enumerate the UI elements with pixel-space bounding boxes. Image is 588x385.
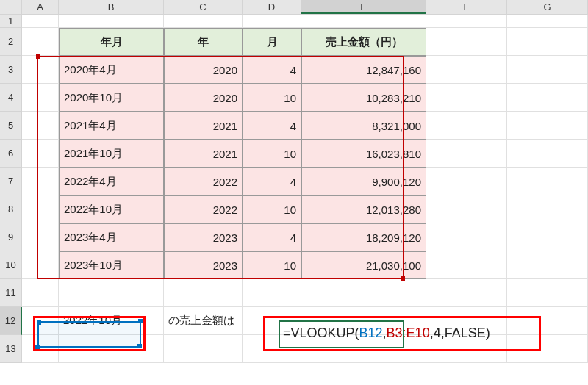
cell-F2[interactable] <box>426 28 507 56</box>
col-header-C[interactable]: C <box>164 0 243 14</box>
cell-G10[interactable] <box>507 251 588 279</box>
table-cell-month[interactable]: 10 <box>243 84 301 112</box>
cell-C13[interactable] <box>164 335 243 363</box>
cell-F10[interactable] <box>426 251 507 279</box>
table-cell-amount[interactable]: 16,023,810 <box>301 140 426 168</box>
header-month[interactable]: 月 <box>243 28 301 56</box>
cell-G7[interactable] <box>507 168 588 195</box>
table-cell-amount[interactable]: 12,013,280 <box>301 195 426 223</box>
table-cell-month[interactable]: 10 <box>243 251 301 279</box>
table-cell-ym[interactable]: 2022年10月 <box>59 195 164 223</box>
col-header-D[interactable]: D <box>243 0 301 14</box>
lookup-value-cell[interactable]: 2022年10月 <box>59 307 164 335</box>
lookup-label-cell[interactable]: の売上金額は <box>164 307 243 335</box>
cell-F6[interactable] <box>426 140 507 168</box>
cell-G1[interactable] <box>507 15 588 28</box>
cell-F7[interactable] <box>426 168 507 195</box>
cell-A4[interactable] <box>22 84 59 112</box>
col-header-F[interactable]: F <box>426 0 507 14</box>
cell-G5[interactable] <box>507 112 588 140</box>
row-header-4[interactable]: 4 <box>0 84 22 112</box>
cell-F3[interactable] <box>426 56 507 84</box>
table-cell-amount[interactable]: 18,209,120 <box>301 223 426 251</box>
cell-G4[interactable] <box>507 84 588 112</box>
cell-E11[interactable] <box>301 279 426 307</box>
cell-B1[interactable] <box>59 15 164 28</box>
table-cell-ym[interactable]: 2023年10月 <box>59 251 164 279</box>
cell-D1[interactable] <box>243 15 301 28</box>
cell-A1[interactable] <box>22 15 59 28</box>
cell-A13[interactable] <box>22 335 59 363</box>
table-cell-year[interactable]: 2021 <box>164 140 243 168</box>
table-cell-month[interactable]: 4 <box>243 168 301 195</box>
cell-A7[interactable] <box>22 168 59 195</box>
col-header-B[interactable]: B <box>59 0 164 14</box>
cell-A10[interactable] <box>22 251 59 279</box>
cell-F4[interactable] <box>426 84 507 112</box>
table-cell-ym[interactable]: 2020年4月 <box>59 56 164 84</box>
cell-A3[interactable] <box>22 56 59 84</box>
cell-G13[interactable] <box>507 335 588 363</box>
cell-G12[interactable] <box>507 307 588 335</box>
table-cell-amount[interactable]: 12,847,160 <box>301 56 426 84</box>
row-header-9[interactable]: 9 <box>0 223 22 251</box>
cell-G9[interactable] <box>507 223 588 251</box>
cell-A9[interactable] <box>22 223 59 251</box>
row-header-8[interactable]: 8 <box>0 195 22 223</box>
table-cell-amount[interactable]: 21,030,100 <box>301 251 426 279</box>
table-cell-ym[interactable]: 2021年10月 <box>59 140 164 168</box>
cell-A6[interactable] <box>22 140 59 168</box>
table-cell-month[interactable]: 4 <box>243 112 301 140</box>
table-cell-year[interactable]: 2022 <box>164 168 243 195</box>
row-header-10[interactable]: 10 <box>0 251 22 279</box>
row-header-5[interactable]: 5 <box>0 112 22 140</box>
cell-A5[interactable] <box>22 112 59 140</box>
table-cell-ym[interactable]: 2021年4月 <box>59 112 164 140</box>
cell-F8[interactable] <box>426 195 507 223</box>
header-yearmonth[interactable]: 年月 <box>59 28 164 56</box>
row-header-7[interactable]: 7 <box>0 168 22 195</box>
select-all-corner[interactable] <box>0 0 22 14</box>
table-cell-month[interactable]: 4 <box>243 56 301 84</box>
cell-A11[interactable] <box>22 279 59 307</box>
cell-C11[interactable] <box>164 279 243 307</box>
row-header-11[interactable]: 11 <box>0 279 22 307</box>
cell-F9[interactable] <box>426 223 507 251</box>
table-cell-ym[interactable]: 2022年4月 <box>59 168 164 195</box>
col-header-G[interactable]: G <box>507 0 588 14</box>
cell-A8[interactable] <box>22 195 59 223</box>
table-cell-year[interactable]: 2023 <box>164 223 243 251</box>
row-header-12[interactable]: 12 <box>0 307 22 335</box>
col-header-E[interactable]: E <box>301 0 426 14</box>
cell-F1[interactable] <box>426 15 507 28</box>
row-header-2[interactable]: 2 <box>0 28 22 56</box>
table-cell-amount[interactable]: 9,900,120 <box>301 168 426 195</box>
header-amount[interactable]: 売上金額（円） <box>301 28 426 56</box>
table-cell-year[interactable]: 2023 <box>164 251 243 279</box>
row-header-6[interactable]: 6 <box>0 140 22 168</box>
table-cell-ym[interactable]: 2023年4月 <box>59 223 164 251</box>
cell-D11[interactable] <box>243 279 301 307</box>
cell-B13[interactable] <box>59 335 164 363</box>
cell-B11[interactable] <box>59 279 164 307</box>
row-header-13[interactable]: 13 <box>0 335 22 363</box>
formula-editing-overlay[interactable]: =VLOOKUP(B12,B3:E10,4,FALSE) <box>283 325 490 341</box>
table-cell-year[interactable]: 2021 <box>164 112 243 140</box>
row-header-3[interactable]: 3 <box>0 56 22 84</box>
table-cell-month[interactable]: 10 <box>243 140 301 168</box>
col-header-A[interactable]: A <box>22 0 59 14</box>
table-cell-year[interactable]: 2020 <box>164 56 243 84</box>
cell-G8[interactable] <box>507 195 588 223</box>
cell-G2[interactable] <box>507 28 588 56</box>
table-cell-month[interactable]: 4 <box>243 223 301 251</box>
cell-A12[interactable] <box>22 307 59 335</box>
row-header-1[interactable]: 1 <box>0 15 22 28</box>
cell-F11[interactable] <box>426 279 507 307</box>
table-cell-ym[interactable]: 2020年10月 <box>59 84 164 112</box>
cell-C1[interactable] <box>164 15 243 28</box>
header-year[interactable]: 年 <box>164 28 243 56</box>
table-cell-amount[interactable]: 10,283,210 <box>301 84 426 112</box>
table-cell-year[interactable]: 2020 <box>164 84 243 112</box>
cell-A2[interactable] <box>22 28 59 56</box>
table-cell-amount[interactable]: 8,321,000 <box>301 112 426 140</box>
